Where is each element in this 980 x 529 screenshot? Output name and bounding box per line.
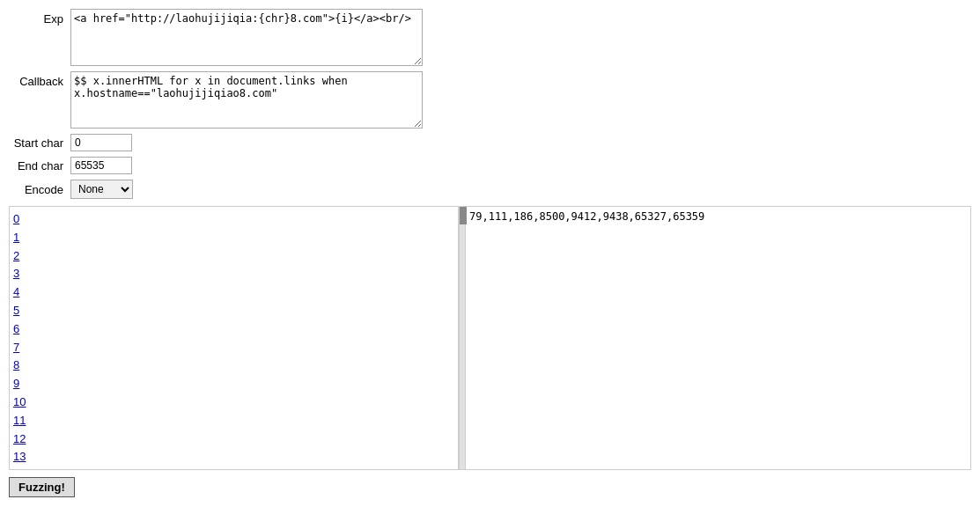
list-item[interactable]: 3 (13, 265, 454, 283)
callback-textarea[interactable]: $$ x.innerHTML for x in document.links w… (70, 71, 423, 129)
encode-select[interactable]: None URL HTML Base64 (70, 180, 133, 199)
panel-divider (459, 207, 466, 469)
list-item[interactable]: 0 (13, 210, 454, 229)
list-item[interactable]: 5 (13, 302, 454, 320)
encode-label: Encode (9, 183, 70, 196)
list-item[interactable]: 11 (13, 412, 454, 430)
list-item[interactable]: 8 (13, 356, 454, 375)
list-item[interactable]: 4 (13, 283, 454, 302)
list-item[interactable]: 12 (13, 430, 454, 449)
end-char-label: End char (9, 159, 70, 173)
list-item[interactable]: 10 (13, 393, 454, 412)
right-panel: 79,111,186,8500,9412,9438,65327,65359 (466, 207, 970, 469)
start-char-label: Start char (9, 136, 70, 150)
list-item[interactable]: 9 (13, 375, 454, 393)
left-panel: 012345678910111213 (10, 207, 459, 469)
scroll-thumb (460, 207, 467, 224)
list-item[interactable]: 1 (13, 229, 454, 247)
list-item[interactable]: 13 (13, 448, 454, 467)
callback-label: Callback (9, 71, 70, 88)
exp-textarea[interactable]: <a href="http://laohujijiqia:{chr}8.com"… (70, 9, 423, 66)
fuzzing-button[interactable]: Fuzzing! (9, 477, 75, 497)
start-char-input[interactable] (70, 134, 132, 151)
list-item[interactable]: 7 (13, 339, 454, 357)
list-item[interactable]: 2 (13, 247, 454, 266)
end-char-input[interactable] (70, 157, 132, 174)
exp-label: Exp (9, 9, 70, 26)
list-item[interactable]: 6 (13, 320, 454, 339)
